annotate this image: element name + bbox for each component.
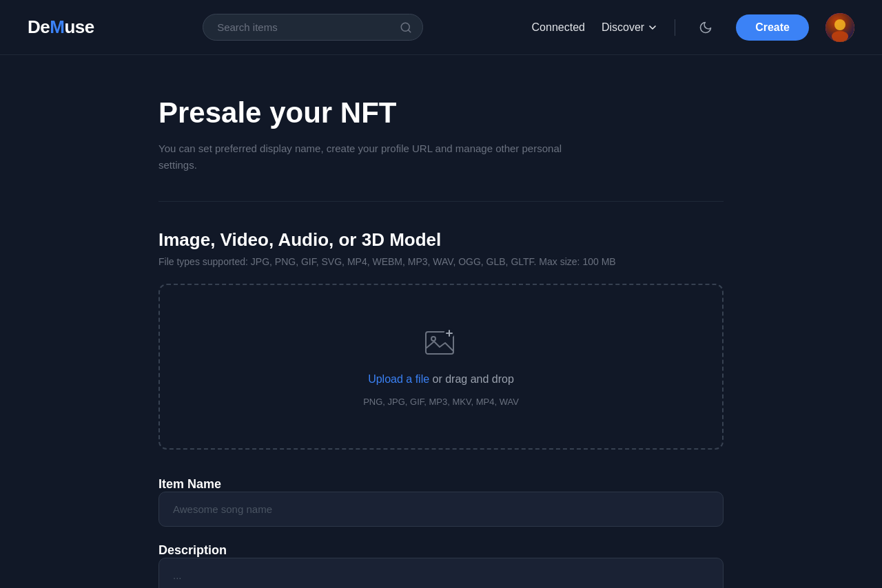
logo-suffix-text: use: [64, 17, 94, 37]
svg-point-6: [431, 337, 435, 341]
svg-point-3: [834, 19, 845, 30]
navbar: DeMuse Connected Discover Create: [0, 0, 882, 55]
svg-point-4: [832, 31, 848, 42]
moon-icon: [699, 21, 712, 34]
upload-drag-text: or drag and drop: [429, 373, 514, 385]
logo-highlight: M: [50, 17, 64, 37]
description-field: Description The description will be incl…: [158, 543, 724, 588]
upload-dropzone[interactable]: Upload a file or drag and drop PNG, JPG,…: [158, 284, 724, 450]
description-label: Description: [158, 543, 227, 557]
upload-section: Image, Video, Audio, or 3D Model File ty…: [158, 229, 724, 450]
upload-text: Upload a file or drag and drop: [368, 373, 514, 386]
main-content: Presale your NFT You can set preferred d…: [131, 55, 751, 588]
description-textarea[interactable]: [158, 558, 724, 588]
avatar[interactable]: [825, 13, 854, 42]
logo-prefix: De: [28, 17, 50, 37]
logo-text: DeMuse: [28, 17, 94, 38]
create-button[interactable]: Create: [736, 14, 809, 41]
search-container: [203, 14, 423, 41]
upload-file-link[interactable]: Upload a file: [368, 373, 429, 385]
page-subtitle: You can set preferred display name, crea…: [158, 140, 599, 174]
upload-formats: PNG, JPG, GIF, MP3, MKV, MP4, WAV: [363, 397, 519, 407]
upload-icon: [423, 326, 459, 362]
connected-link[interactable]: Connected: [532, 21, 585, 34]
svg-line-1: [409, 30, 411, 32]
chevron-down-icon: [647, 22, 658, 33]
item-name-label: Item Name: [158, 477, 221, 491]
search-input[interactable]: [203, 14, 423, 41]
upload-section-title: Image, Video, Audio, or 3D Model: [158, 229, 724, 251]
logo[interactable]: DeMuse: [28, 17, 94, 38]
nav-right: Connected Discover Create: [532, 13, 854, 42]
dark-mode-button[interactable]: [692, 14, 719, 41]
item-name-field: Item Name: [158, 477, 724, 543]
page-title: Presale your NFT: [158, 96, 724, 129]
avatar-image: [825, 13, 854, 42]
nav-divider: [675, 19, 675, 36]
section-divider: [158, 201, 724, 202]
form-section: Item Name Description The description wi…: [158, 477, 724, 588]
discover-label: Discover: [602, 21, 644, 34]
upload-section-subtitle: File types supported: JPG, PNG, GIF, SVG…: [158, 256, 724, 267]
discover-menu[interactable]: Discover: [602, 21, 658, 34]
search-icon: [400, 21, 412, 34]
item-name-input[interactable]: [158, 492, 724, 527]
